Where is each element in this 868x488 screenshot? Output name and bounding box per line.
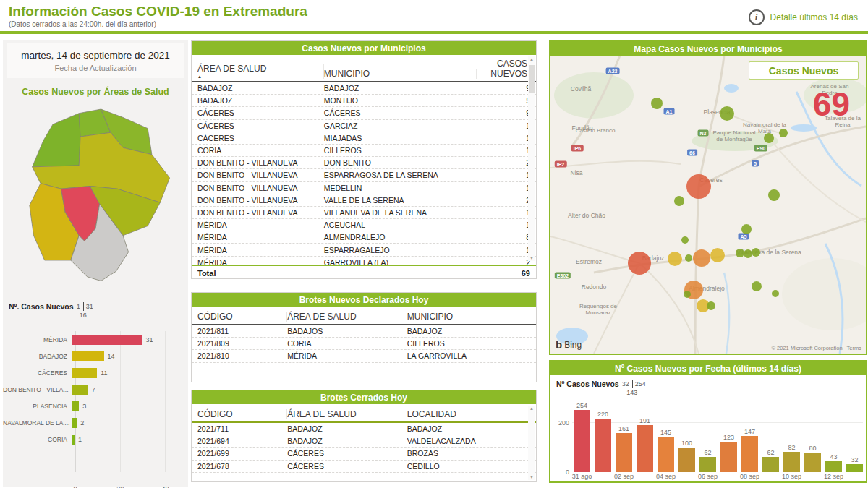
bar[interactable] bbox=[72, 335, 142, 345]
column-header-area[interactable]: ÁREA DE SALUD bbox=[287, 409, 407, 419]
table-row[interactable]: DON BENITO - VILLANUEVAVALLE DE LA SEREN… bbox=[192, 194, 536, 207]
table-row[interactable]: DON BENITO - VILLANUEVAESPARRAGOSA DE LA… bbox=[192, 169, 536, 181]
column-header-area[interactable]: ÁREA DE SALUD ▲ bbox=[197, 64, 324, 79]
table-scrollbar[interactable]: ▲ ▼ bbox=[528, 56, 535, 261]
case-bubble[interactable] bbox=[628, 252, 651, 275]
bar-value-label: 11 bbox=[101, 369, 107, 377]
bar[interactable] bbox=[595, 419, 611, 472]
table-row[interactable]: 2021/711BADAJOZBADAJOZ bbox=[192, 423, 536, 435]
table-row[interactable]: 2021/810MÉRIDALA GARROVILLA bbox=[192, 350, 536, 362]
case-bubble[interactable] bbox=[681, 236, 689, 244]
table-row[interactable]: MÉRIDAACEUCHAL1 bbox=[192, 219, 536, 231]
table-row[interactable]: CÁCERESMIAJADAS1 bbox=[192, 132, 536, 145]
bar[interactable] bbox=[72, 351, 104, 361]
case-bubble[interactable] bbox=[764, 133, 774, 143]
extremadura-choropleth-map[interactable]: CORIA: 1PLASENCIA: 3NAVALMORAL DE LA MAT… bbox=[13, 98, 178, 299]
scroll-up-icon[interactable]: ▲ bbox=[529, 56, 534, 62]
scroll-down-icon[interactable]: ▼ bbox=[529, 255, 534, 261]
table-row[interactable]: 2021/678CÁCERESCEDILLO bbox=[192, 461, 536, 473]
case-bubble[interactable] bbox=[772, 290, 779, 297]
case-bubble[interactable] bbox=[668, 252, 682, 266]
bar[interactable] bbox=[846, 464, 863, 472]
terms-link[interactable]: Terms bbox=[847, 345, 861, 351]
bar[interactable] bbox=[762, 457, 779, 472]
table-row[interactable]: CORIACILLEROS1 bbox=[192, 145, 536, 157]
sort-asc-icon[interactable]: ▲ bbox=[197, 74, 320, 79]
case-bubble[interactable] bbox=[768, 189, 780, 201]
case-bubble[interactable] bbox=[685, 254, 692, 262]
bar[interactable] bbox=[804, 453, 821, 472]
case-bubble[interactable] bbox=[707, 301, 715, 310]
column-header-area[interactable]: ÁREA DE SALUD bbox=[287, 312, 407, 322]
bar-row: BADAJOZ14 bbox=[3, 348, 187, 364]
column-header-localidad[interactable]: LOCALIDAD bbox=[407, 409, 530, 419]
table-row[interactable]: MÉRIDAGARROVILLA (LA)2 bbox=[192, 257, 536, 265]
table-row[interactable]: 2021/694BADAJOZVALDELACALZADA bbox=[192, 435, 536, 448]
case-bubble[interactable] bbox=[684, 291, 691, 298]
info-icon[interactable]: i bbox=[749, 9, 765, 25]
bar[interactable] bbox=[720, 442, 737, 472]
table-row[interactable]: DON BENITO - VILLANUEVAVILLANUEVA DE LA … bbox=[192, 207, 536, 219]
table-row[interactable]: 2021/809CORIACILLEROS bbox=[192, 338, 536, 350]
page-title: Información Casos COVID-19 en Extremadur… bbox=[9, 4, 307, 20]
bing-map[interactable]: CovilhãFundãoCastelo BrancoNisaAlter do … bbox=[550, 56, 866, 354]
table-row[interactable]: 2021/699CÁCERESBROZAS bbox=[192, 448, 536, 460]
update-date: martes, 14 de septiembre de 2021 bbox=[10, 50, 181, 61]
case-bubble[interactable] bbox=[741, 224, 752, 234]
detail-link[interactable]: Detalle últimos 14 días bbox=[770, 12, 858, 22]
case-bubble[interactable] bbox=[674, 196, 684, 206]
column-header-municipio[interactable]: MUNICIPIO bbox=[407, 312, 530, 322]
bar[interactable] bbox=[699, 457, 716, 472]
table-scrollbar[interactable]: ▲ ▼ bbox=[528, 406, 535, 480]
bar[interactable] bbox=[72, 401, 79, 411]
scrollbar-thumb[interactable] bbox=[529, 65, 535, 93]
table-row[interactable]: CÁCERESCÁCERES9 bbox=[192, 107, 536, 119]
scroll-down-icon[interactable]: ▼ bbox=[529, 474, 534, 480]
bar[interactable] bbox=[678, 448, 695, 472]
column-header-casos[interactable]: CASOS NUEVOS bbox=[477, 59, 530, 79]
case-bubble[interactable] bbox=[710, 248, 725, 262]
case-bubble[interactable] bbox=[686, 174, 711, 199]
bar[interactable] bbox=[658, 437, 674, 472]
column-header-codigo[interactable]: CÓDIGO bbox=[197, 312, 287, 322]
case-bubble[interactable] bbox=[752, 248, 760, 257]
table-row[interactable]: BADAJOZBADAJOZ9 bbox=[192, 82, 536, 95]
table-row[interactable]: DON BENITO - VILLANUEVADON BENITO2 bbox=[192, 157, 536, 169]
health-area-region[interactable]: CORIA: 1 bbox=[33, 114, 81, 167]
fecha-legend: Nº Casos Nuevos 32 143 254 bbox=[550, 375, 866, 395]
fecha-legend-max: 254 bbox=[635, 380, 646, 388]
bar[interactable] bbox=[574, 410, 590, 472]
casos-nuevos-total: 69 bbox=[813, 85, 850, 124]
column-header-codigo[interactable]: CÓDIGO bbox=[197, 409, 287, 419]
table-row[interactable]: BADAJOZMONTIJO5 bbox=[192, 95, 536, 107]
column-header-municipio[interactable]: MUNICIPIO bbox=[324, 69, 477, 79]
table-row[interactable]: MÉRIDAALMENDRALEJO8 bbox=[192, 231, 536, 244]
bar-row: CÁCERES11 bbox=[3, 364, 187, 381]
left-sidebar: martes, 14 de septiembre de 2021 Fecha d… bbox=[3, 40, 188, 487]
bar[interactable] bbox=[616, 433, 632, 472]
map-place-label: Covilhã bbox=[571, 85, 591, 93]
table-row[interactable]: MÉRIDAESPARRAGALEJO1 bbox=[192, 244, 536, 256]
case-bubble[interactable] bbox=[651, 98, 663, 109]
scroll-up-icon[interactable]: ▲ bbox=[529, 406, 534, 411]
bar[interactable] bbox=[825, 461, 842, 472]
case-bubble[interactable] bbox=[693, 249, 710, 267]
table-row[interactable]: CÁCERESGARCIAZ1 bbox=[192, 120, 536, 132]
bar[interactable] bbox=[72, 418, 77, 428]
case-bubble[interactable] bbox=[752, 281, 762, 291]
table-row[interactable]: DON BENITO - VILLANUEVAMEDELLIN1 bbox=[192, 182, 536, 194]
table-cell: 2021/694 bbox=[197, 437, 287, 445]
bar[interactable] bbox=[783, 452, 800, 472]
road-badge: IP6 bbox=[571, 145, 584, 152]
case-bubble[interactable] bbox=[779, 129, 788, 137]
bar[interactable] bbox=[72, 385, 88, 395]
bing-logo[interactable]: bBing bbox=[556, 338, 582, 351]
case-bubble[interactable] bbox=[720, 106, 734, 121]
areas-legend-max: 31 bbox=[86, 303, 93, 310]
bar[interactable] bbox=[72, 435, 75, 445]
table-row[interactable]: 2021/811BADAJOSBADAJOZ bbox=[192, 325, 536, 338]
bar-value-label: 3 bbox=[82, 403, 86, 410]
bar[interactable] bbox=[72, 368, 97, 378]
bar[interactable] bbox=[741, 436, 758, 472]
bar[interactable] bbox=[637, 425, 653, 472]
